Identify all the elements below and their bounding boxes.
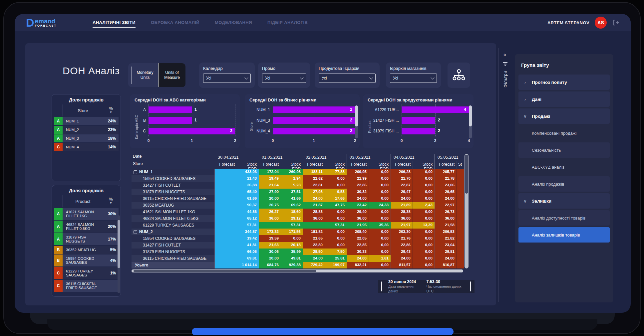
abc-grade-badge: C	[54, 143, 63, 151]
row-label-group[interactable]: −NUM_2	[132, 229, 215, 235]
value-cell	[457, 169, 464, 175]
product-share-header: Product % ▼	[54, 195, 119, 207]
bar[interactable]	[149, 106, 192, 113]
share-row[interactable]: C61229 TURKEY SAUSAGES1%	[54, 267, 119, 279]
bar[interactable]	[149, 117, 192, 124]
value-cell	[457, 189, 464, 195]
table-row: 36115 CHICKEN-FRIED SAUSAGE61,6620,0041,…	[132, 195, 469, 202]
value-cell: 23,04	[435, 242, 457, 249]
expand-filters-icon[interactable]: «	[502, 54, 508, 56]
bar[interactable]	[273, 128, 355, 134]
value-cell: 21,62	[303, 175, 325, 182]
chart-title: Середні DOH за бізнес рівнями	[249, 97, 355, 102]
bar-value-label: 2	[350, 107, 352, 112]
sidebar-item-сезональність[interactable]: Сезональність	[518, 142, 610, 158]
sidebar-item-дані[interactable]: ›Дані	[518, 91, 610, 107]
chart-category-label: NUM_3	[254, 118, 273, 123]
share-row[interactable]: A46824 SALMON FILLET 0.5KG20%	[54, 221, 119, 233]
sidebar-item-label: Аналіз залишків товарів	[532, 233, 580, 238]
filters-strip-label[interactable]: Фільтри	[503, 71, 508, 87]
chart-title: Середні DOH за ABC категоріями	[135, 97, 235, 102]
toggle-units-of-measure[interactable]: Units of Measure	[158, 63, 185, 87]
sidebar-item-компенсовані-продажі[interactable]: Компенсовані продажі	[518, 125, 610, 141]
filters-strip-divider	[498, 48, 499, 302]
share-row[interactable]: B36352 MEATLUG5%	[54, 246, 119, 254]
sidebar-item-продажі[interactable]: ∨Продажі	[518, 108, 610, 124]
value-cell: 20,75	[259, 202, 281, 209]
table-vertical-scrollbar[interactable]	[465, 154, 469, 268]
bar[interactable]	[149, 128, 235, 134]
share-row[interactable]: CNUM_414%	[54, 143, 119, 151]
chart-category-label: C	[139, 129, 149, 133]
bar-value-label: 2	[350, 128, 352, 133]
date-group-header: 30.04.2021	[215, 154, 259, 161]
avatar[interactable]: AS	[595, 17, 607, 29]
bar[interactable]	[273, 106, 355, 113]
share-item-name: NUM_3	[63, 134, 103, 142]
nav-item-обробка-аномалій[interactable]: ОБРОБКА АНОМАЛІЙ	[151, 18, 199, 28]
nav-item-моделювання[interactable]: МОДЕЛЮВАННЯ	[215, 18, 252, 28]
share-row[interactable]: ANUM_124%	[54, 117, 119, 125]
chart-scrollbar[interactable]	[355, 105, 358, 138]
product-share-scrollbar[interactable]	[118, 215, 120, 293]
filter-dropdown[interactable]: Усі	[319, 74, 376, 83]
hierarchy-button[interactable]	[448, 63, 470, 88]
share-row[interactable]: B15954 COOKED SAUSAGES4%	[54, 254, 119, 266]
bar[interactable]	[402, 128, 435, 134]
pct-col-header[interactable]: % ▼	[103, 195, 119, 207]
logout-icon[interactable]	[612, 19, 619, 26]
chart-category-label: 31427 FISH ...	[372, 118, 402, 123]
chart-card-business: Середні DOH за бізнес рівнямиStoreNUM_1N…	[245, 94, 360, 148]
value-cell: 69,62	[281, 202, 303, 209]
sidebar-item-label: Сезональність	[532, 148, 561, 153]
row-label-group[interactable]: −NUM_1	[132, 169, 215, 175]
sidebar-item-аналіз-залишків-товарів[interactable]: Аналіз залишків товарів	[518, 227, 610, 243]
table-horizontal-scrollbar[interactable]	[132, 269, 463, 272]
bar[interactable]	[402, 117, 435, 124]
bar[interactable]	[273, 117, 355, 124]
decorative-blue-bar	[192, 328, 454, 335]
filter-dropdown[interactable]: Усі	[390, 74, 437, 83]
x-tick-label: 0	[148, 138, 150, 143]
value-cell: 57,31	[325, 222, 347, 229]
sidebar-item-аналіз-доступності-товарів[interactable]: Аналіз доступності товарів	[518, 210, 610, 226]
bar[interactable]	[402, 106, 469, 113]
sidebar-item-abc-xyz-аналіз[interactable]: ABC-XYZ аналіз	[518, 159, 610, 175]
store-col-header[interactable]: Store	[63, 104, 103, 116]
value-cell: 203,30	[391, 229, 413, 235]
filter-dropdown[interactable]: Усі	[203, 74, 251, 83]
sidebar-item-аналіз-продажів[interactable]: Аналіз продажів	[518, 176, 610, 192]
toggle-monetary-units[interactable]: Monetary Units	[132, 67, 158, 84]
value-cell: 17,66	[325, 195, 347, 202]
share-row[interactable]: A41621 SALMON FILLET 1KG30%	[54, 208, 119, 220]
value-cell: 19,42	[237, 235, 259, 242]
filter-dropdown[interactable]: Усі	[262, 74, 306, 83]
share-item-name: 36352 MEATLUG	[63, 246, 103, 254]
share-item-name: 36115 CHICKEN-FRIED SAUSAGE	[63, 280, 103, 292]
chart-gridline	[235, 104, 235, 136]
value-cell: 0,00	[369, 175, 391, 182]
share-row[interactable]: ANUM_318%	[54, 134, 119, 142]
product-col-header[interactable]: Product	[63, 195, 103, 207]
abc-grade-badge: A	[54, 221, 63, 233]
collapse-row-icon[interactable]: −	[134, 170, 137, 174]
value-cell: 24,33	[369, 202, 391, 209]
value-cell: 0,00	[369, 215, 391, 222]
chart-category-labels: NUM_1NUM_3NUM_4	[254, 104, 273, 143]
row-label-product: 61229 TURKEY SAUSAGES	[132, 222, 215, 229]
app-logo[interactable]: D emand FORECAST	[26, 18, 83, 28]
nav-item-підбір-аналогів[interactable]: ПІДБІР АНАЛОГІВ	[267, 18, 308, 28]
share-row[interactable]: C36115 CHICKEN-FRIED SAUSAGE	[54, 280, 119, 292]
pct-col-header[interactable]: % ▼	[103, 104, 119, 116]
sidebar-item-залишки[interactable]: ∨Залишки	[518, 193, 610, 209]
collapse-row-icon[interactable]: −	[134, 230, 137, 234]
share-row[interactable]: ANUM_223%	[54, 126, 119, 134]
row-label-text: Усього	[135, 263, 148, 267]
chart-scrollbar[interactable]	[469, 105, 472, 138]
share-row[interactable]: A31879 FISH NUGGETS17%	[54, 233, 119, 245]
nav-item-аналітичні-звіти[interactable]: АНАЛІТИЧНІ ЗВІТИ	[93, 18, 136, 28]
value-cell: 7,50	[325, 249, 347, 255]
value-cell: 22,80	[303, 242, 325, 249]
value-cell: 0,00	[413, 195, 435, 202]
sidebar-item-прогноз-попиту[interactable]: ›Прогноз попиту	[518, 75, 610, 90]
